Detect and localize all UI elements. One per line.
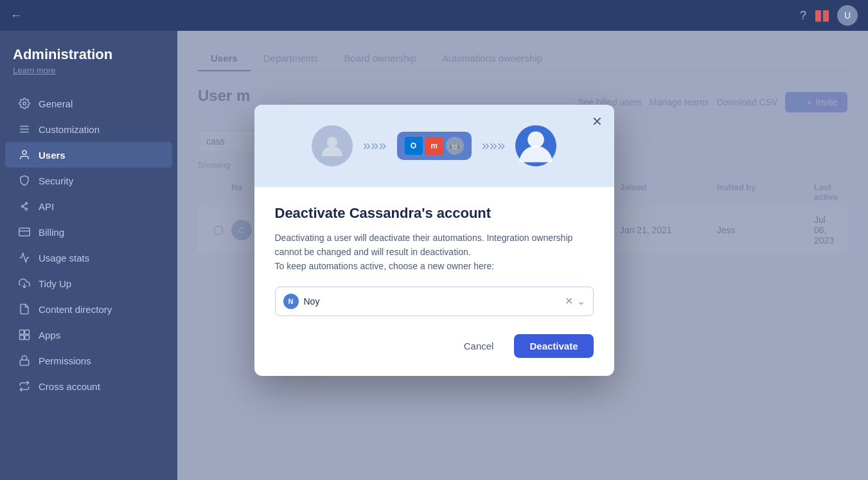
sidebar-item-general-label: General (39, 98, 73, 109)
svg-line-8 (24, 204, 26, 206)
svg-rect-14 (25, 330, 30, 335)
help-icon[interactable]: ? (800, 9, 806, 22)
sidebar-item-billing[interactable]: Billing (5, 219, 172, 245)
illus-robot-icon: 🤖 (446, 136, 464, 154)
clear-icon[interactable]: ✕ (565, 295, 573, 307)
illus-inactive-person (312, 125, 353, 166)
gear-icon (18, 97, 31, 110)
sidebar-item-users-label: Users (39, 150, 66, 161)
svg-rect-16 (25, 335, 30, 340)
usage-stats-icon (18, 251, 31, 264)
sidebar-item-apps-label: Apps (39, 330, 60, 341)
sidebar-learn-more[interactable]: Learn more (0, 66, 177, 91)
sidebar-item-users[interactable]: Users (5, 142, 172, 168)
modal-footer: Cancel Deactivate (275, 334, 594, 358)
lock-icon (18, 354, 31, 367)
sidebar-item-customization-label: Customization (39, 124, 100, 135)
sidebar-item-api-label: API (39, 201, 54, 212)
deactivate-button[interactable]: Deactivate (514, 334, 593, 358)
sidebar-item-customization[interactable]: Customization (5, 116, 172, 142)
modal-close-button[interactable]: ✕ (589, 112, 607, 130)
illus-outlook-icon: O (405, 136, 423, 154)
sidebar-item-tidy-up-label: Tidy Up (39, 278, 71, 289)
topbar: ← ? ▮▮ U (0, 0, 868, 31)
svg-line-9 (24, 207, 26, 209)
brand-icon: ▮▮ (814, 7, 829, 24)
modal-description: Deactivating a user will deactivate thei… (275, 230, 594, 273)
topbar-left: ← (10, 9, 22, 22)
svg-point-5 (22, 206, 24, 208)
sidebar-item-cross-account-label: Cross account (39, 381, 100, 392)
sidebar-item-billing-label: Billing (39, 227, 64, 238)
modal-illustration: ✕ »»» O m 🤖 »»» (254, 104, 614, 186)
sidebar-item-usage-stats[interactable]: Usage stats (5, 245, 172, 271)
svg-rect-15 (20, 335, 24, 340)
users-icon (18, 148, 31, 161)
sidebar-item-permissions-label: Permissions (39, 355, 91, 366)
svg-point-4 (22, 150, 26, 154)
sidebar-title: Administration (0, 46, 177, 66)
sidebar-item-content-directory-label: Content directory (39, 304, 112, 315)
tidy-up-icon (18, 277, 31, 290)
sidebar: Administration Learn more General Custom… (0, 31, 177, 480)
cross-account-icon (18, 380, 31, 393)
svg-point-6 (26, 202, 28, 204)
svg-rect-10 (19, 228, 30, 236)
illus-arrows-right: »»» (482, 137, 506, 154)
sidebar-item-api[interactable]: API (5, 193, 172, 219)
sidebar-item-apps[interactable]: Apps (5, 322, 172, 348)
back-icon[interactable]: ← (10, 9, 22, 22)
sidebar-item-security[interactable]: Security (5, 168, 172, 193)
close-icon: ✕ (592, 113, 603, 129)
customization-icon (18, 123, 31, 136)
topbar-right: ? ▮▮ U (800, 5, 858, 26)
illus-arrows-left: »»» (363, 137, 387, 154)
sidebar-item-tidy-up[interactable]: Tidy Up (5, 271, 172, 296)
svg-point-19 (527, 131, 544, 148)
sidebar-item-content-directory[interactable]: Content directory (5, 296, 172, 322)
illus-active-person (515, 125, 556, 166)
selected-user-avatar: N (283, 294, 299, 309)
selected-user-name: Noy (304, 296, 560, 307)
svg-rect-13 (20, 330, 24, 335)
api-icon (18, 200, 31, 213)
content-directory-icon (18, 303, 31, 316)
illus-monday-icon: m (425, 136, 443, 154)
shield-icon (18, 174, 31, 187)
svg-point-7 (26, 208, 28, 210)
sidebar-item-permissions[interactable]: Permissions (5, 348, 172, 373)
modal-title: Deactivate Cassandra's account (275, 204, 594, 221)
cancel-button[interactable]: Cancel (451, 334, 507, 358)
sidebar-item-usage-stats-label: Usage stats (39, 253, 89, 263)
apps-icon (18, 328, 31, 341)
deactivate-modal: ✕ »»» O m 🤖 »»» (254, 104, 614, 375)
sidebar-item-security-label: Security (39, 175, 73, 186)
sidebar-item-general[interactable]: General (5, 91, 172, 116)
svg-rect-17 (20, 360, 29, 365)
modal-body: Deactivate Cassandra's account Deactivat… (254, 186, 614, 375)
owner-dropdown[interactable]: N Noy ✕ ⌄ (275, 287, 594, 316)
illus-apps-box: O m 🤖 (397, 131, 472, 159)
sidebar-item-cross-account[interactable]: Cross account (5, 373, 172, 399)
dropdown-controls: ✕ ⌄ (565, 295, 585, 307)
svg-point-18 (327, 136, 337, 147)
svg-point-0 (23, 102, 26, 105)
avatar[interactable]: U (837, 5, 858, 26)
billing-icon (18, 226, 31, 238)
chevron-down-icon[interactable]: ⌄ (577, 295, 585, 307)
